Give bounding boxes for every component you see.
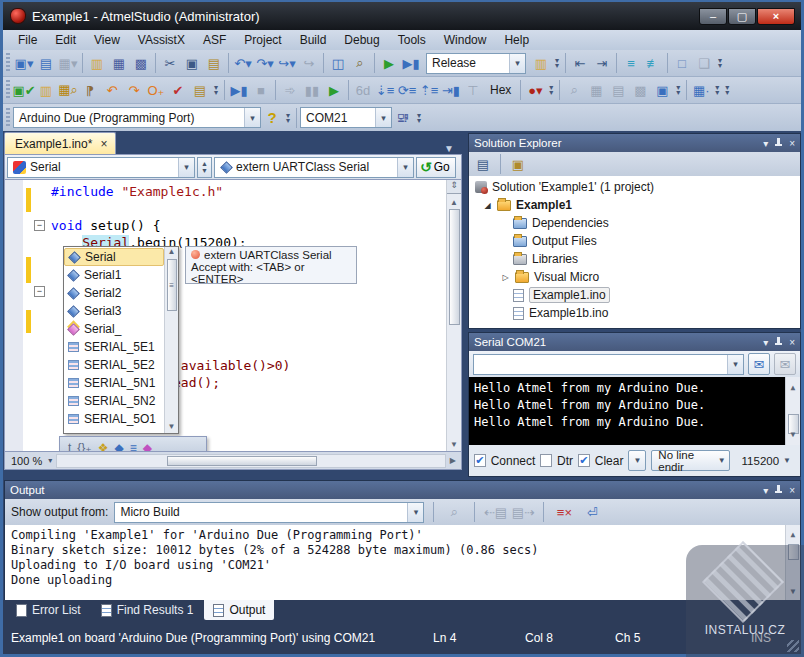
expander-expanded-icon[interactable]: ◢: [483, 201, 492, 210]
memory-button[interactable]: ▤: [607, 79, 629, 101]
tab-close-icon[interactable]: ×: [100, 137, 107, 151]
connect-checkbox[interactable]: ✔: [474, 454, 486, 467]
toolbar-grip-3[interactable]: [6, 108, 10, 128]
menu-window[interactable]: Window: [435, 31, 496, 49]
chevron-down-icon[interactable]: ▾: [48, 456, 52, 465]
solution-explorer-header[interactable]: Solution Explorer ▾ ×: [469, 134, 800, 152]
tree-item-output-files[interactable]: Output Files: [469, 232, 800, 250]
filter-defines-icon[interactable]: ≡: [130, 441, 137, 452]
close-button[interactable]: ×: [757, 8, 795, 25]
panel-close-icon[interactable]: ×: [789, 337, 795, 348]
save-button[interactable]: ▦: [108, 52, 130, 74]
run-without-debug-button[interactable]: ▶: [323, 79, 345, 101]
scrollbar-thumb[interactable]: [788, 544, 799, 560]
tree-item-project[interactable]: ◢ Example1: [469, 196, 800, 214]
split-view-button[interactable]: ◫: [327, 52, 349, 74]
editor-horizontal-scrollbar[interactable]: [56, 454, 446, 468]
tree-item-example1b-ino[interactable]: Example1b.ino: [469, 304, 800, 322]
increase-indent-button[interactable]: ⇥: [591, 52, 613, 74]
resize-grip[interactable]: [787, 640, 799, 652]
va-outline-button[interactable]: O₊: [145, 79, 167, 101]
processor-view-button[interactable]: ▣: [651, 79, 673, 101]
tree-item-solution[interactable]: Solution 'Example1' (1 project): [469, 178, 800, 196]
filter-variables-icon[interactable]: ◆: [114, 441, 123, 452]
pin-icon[interactable]: [775, 138, 782, 148]
debug-toolbar-overflow[interactable]: ▾▾: [546, 85, 556, 95]
chevron-down-icon[interactable]: ▾: [509, 54, 525, 73]
find-in-files-button[interactable]: ▥: [530, 52, 552, 74]
output-scrollbar[interactable]: ▲ ▼: [785, 525, 800, 601]
pause-button[interactable]: ▮▮: [301, 79, 323, 101]
pin-icon[interactable]: [775, 485, 782, 495]
toolbar-grip[interactable]: [6, 53, 10, 73]
menu-asf[interactable]: ASF: [194, 31, 235, 49]
breakpoint-margin[interactable]: [5, 180, 23, 451]
va-find-references-button[interactable]: ⁋: [79, 79, 101, 101]
clear-output-button[interactable]: ≡×: [553, 501, 575, 523]
locals-button[interactable]: ▦: [585, 79, 607, 101]
send-message-button[interactable]: ✉: [748, 353, 770, 375]
intellisense-item[interactable]: Serial: [64, 248, 164, 266]
va-open-solution-button[interactable]: ▥: [35, 79, 57, 101]
va-find-symbol-button[interactable]: ▦⌕: [57, 79, 79, 101]
add-item-button[interactable]: ▤: [35, 52, 57, 74]
edit-overflow[interactable]: ▾▾: [712, 85, 722, 95]
tools-overflow[interactable]: ▾▾: [673, 85, 683, 95]
filter-classes-icon[interactable]: ❖: [98, 441, 109, 452]
scrollbar-thumb[interactable]: [449, 209, 460, 325]
previous-message-button[interactable]: ⇠▤: [484, 501, 506, 523]
tree-item-libraries[interactable]: Libraries: [469, 250, 800, 268]
filter-keywords-icon[interactable]: t: [68, 441, 71, 452]
cut-button[interactable]: ✂: [159, 52, 181, 74]
intellisense-item[interactable]: Serial_: [64, 320, 164, 338]
menu-tools[interactable]: Tools: [389, 31, 435, 49]
breakpoint-button[interactable]: ●▾: [524, 79, 546, 101]
intellisense-item[interactable]: SERIAL_5E1: [64, 338, 164, 356]
menu-project[interactable]: Project: [235, 31, 290, 49]
open-file-button[interactable]: ▥: [86, 52, 108, 74]
menu-vassistx[interactable]: VAssistX: [129, 31, 194, 49]
maximize-button[interactable]: ▢: [728, 8, 756, 25]
toolbar-overflow[interactable]: ▾▾: [552, 58, 562, 68]
pin-icon[interactable]: [775, 337, 782, 347]
chevron-down-icon[interactable]: ▾: [178, 158, 194, 177]
zoom-level-combo[interactable]: 100 %: [5, 455, 48, 467]
comment-button[interactable]: ≡: [620, 52, 642, 74]
panel-close-icon[interactable]: ×: [789, 485, 795, 496]
goto-message-button[interactable]: ⌕: [443, 501, 465, 523]
continue-button[interactable]: ➾: [279, 79, 301, 101]
chevron-down-icon[interactable]: ▾: [397, 158, 413, 177]
va-paste-button[interactable]: ▤: [189, 79, 211, 101]
next-message-button[interactable]: ▤⇢: [512, 501, 534, 523]
splitter-handle[interactable]: ⇕: [447, 180, 461, 194]
step-over-button[interactable]: ⟳≡: [396, 79, 418, 101]
step-out-button[interactable]: ⇡≡: [418, 79, 440, 101]
intellisense-item[interactable]: SERIAL_5E2: [64, 356, 164, 374]
intellisense-scrollbar[interactable]: ▲≡▼: [164, 247, 178, 433]
disassembly-button[interactable]: 6d: [352, 79, 374, 101]
save-all-button[interactable]: ▩: [130, 52, 152, 74]
baud-rate-combo[interactable]: 115200▼: [735, 450, 795, 471]
intellisense-item[interactable]: SERIAL_5O1: [64, 410, 164, 428]
output-source-combo[interactable]: Micro Build ▾: [114, 502, 424, 523]
expander-collapsed-icon[interactable]: ▷: [501, 273, 510, 282]
fold-marker[interactable]: −: [34, 220, 45, 231]
scrollbar-thumb[interactable]: [167, 456, 317, 466]
menu-file[interactable]: File: [9, 31, 46, 49]
panel-menu-icon[interactable]: ▾: [763, 337, 768, 348]
va-open-file-button[interactable]: ▣✔: [13, 79, 35, 101]
board-help-button[interactable]: ?: [261, 107, 283, 129]
scope-combo[interactable]: Serial ▾: [7, 157, 195, 178]
chevron-down-icon[interactable]: ▾: [727, 355, 743, 374]
symbol-combo[interactable]: extern UARTClass Serial ▾: [214, 157, 414, 178]
serial-scrollbar[interactable]: ▲ ▼: [785, 377, 800, 445]
decrease-indent-button[interactable]: ⇤: [569, 52, 591, 74]
paste-button[interactable]: ▤: [203, 52, 225, 74]
dtr-checkbox[interactable]: ✔: [540, 454, 552, 467]
menu-edit[interactable]: Edit: [46, 31, 85, 49]
va-redo-button[interactable]: ↷: [123, 79, 145, 101]
scroll-right-arrow[interactable]: ▶: [450, 456, 461, 465]
output-console[interactable]: Compiling 'Example1' for 'Arduino Due (P…: [5, 525, 800, 601]
run-button[interactable]: ▶▮: [400, 52, 422, 74]
port-combo[interactable]: COM21 ▾: [300, 107, 392, 128]
